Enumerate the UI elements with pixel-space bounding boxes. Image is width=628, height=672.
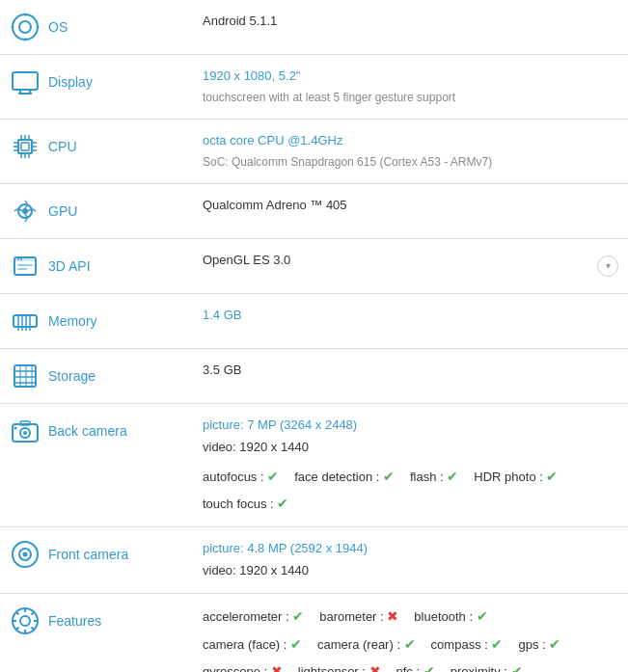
label-cell-memory: Memory	[0, 293, 193, 348]
check-icon: ✔	[477, 608, 488, 624]
svg-point-5	[37, 26, 40, 29]
label-cell-gpu: GPU	[0, 183, 193, 238]
dropdown-button[interactable]: ▾	[597, 255, 618, 277]
value-line2: SoC: Qualcomm Snapdragon 615 (Cortex A53…	[203, 153, 618, 172]
os-icon	[10, 12, 41, 42]
table-row: GPU Qualcomm Adreno ™ 405	[0, 183, 628, 238]
svg-point-25	[22, 208, 28, 214]
label-cell-frontcamera: Front camera	[0, 527, 193, 594]
table-row: 3D API OpenGL ES 3.0 ▾	[0, 238, 628, 293]
value-text: 3.5 GB	[203, 363, 241, 377]
value-line2: touchscreen with at least 5 finger gestu…	[203, 89, 618, 107]
3dapi-icon	[10, 251, 41, 282]
label-text-gpu: GPU	[48, 203, 77, 219]
check-icon: ✔	[491, 636, 503, 652]
value-cell-storage: 3.5 GB	[193, 348, 628, 403]
memory-icon	[10, 306, 41, 336]
check-icon: ✔	[423, 663, 435, 672]
table-row: Features accelerometer : ✔barometer : ✖b…	[0, 593, 628, 672]
check-icon: ✔	[292, 608, 304, 624]
table-row: Front camera picture: 4.8 MP (2592 x 194…	[0, 527, 628, 594]
table-row: Storage 3.5 GB	[0, 348, 628, 403]
svg-line-65	[16, 627, 19, 630]
svg-line-64	[32, 611, 35, 614]
feature-row: accelerometer : ✔barometer : ✖bluetooth …	[203, 605, 618, 628]
value-cell-cpu: octa core CPU @1.4GHz SoC: Qualcomm Snap…	[193, 119, 628, 183]
label-text-display: Display	[48, 74, 93, 90]
value-text: 1.4 GB	[203, 308, 241, 322]
label-text-memory: Memory	[48, 313, 97, 329]
value-cell-features: accelerometer : ✔barometer : ✖bluetooth …	[193, 593, 628, 672]
value-text: OpenGL ES 3.0	[203, 253, 290, 267]
value-cell-frontcamera: picture: 4.8 MP (2592 x 1944) video: 192…	[193, 527, 628, 594]
svg-line-63	[32, 627, 35, 630]
feature-item: autofocus : ✔	[203, 466, 279, 488]
feature-item: HDR photo : ✔	[474, 466, 558, 488]
svg-point-4	[12, 26, 14, 29]
check-icon: ✔	[290, 636, 302, 652]
table-row: Display 1920 x 1080, 5.2" touchscreen wi…	[0, 55, 628, 120]
feature-item: camera (rear) : ✔	[317, 633, 416, 656]
label-text-features: Features	[48, 613, 101, 629]
svg-point-50	[23, 431, 27, 435]
svg-rect-30	[17, 264, 33, 266]
storage-icon	[10, 361, 41, 391]
label-cell-backcamera: Back camera	[0, 403, 193, 526]
feature-item: gps : ✔	[518, 633, 560, 656]
feature-item: touch focus : ✔	[203, 493, 288, 515]
value-line1: octa core CPU @1.4GHz	[203, 131, 618, 151]
cross-icon: ✖	[369, 663, 381, 672]
label-cell-features: Features	[0, 593, 193, 672]
label-text-storage: Storage	[48, 368, 96, 384]
svg-rect-11	[21, 143, 29, 150]
feature-row: gyroscope : ✖lightsensor : ✖nfc : ✔proxi…	[203, 660, 618, 672]
display-icon	[10, 67, 41, 97]
svg-point-3	[24, 39, 27, 41]
feature-item: lightsensor : ✖	[298, 660, 381, 672]
camera-features2: touch focus : ✔	[203, 493, 618, 515]
value-line1: picture: 7 MP (3264 x 2448)	[203, 416, 618, 436]
feature-item: accelerometer : ✔	[203, 605, 304, 628]
svg-point-2	[24, 13, 27, 16]
backcamera-icon	[10, 416, 41, 446]
frontcamera-icon	[10, 539, 41, 570]
svg-point-57	[20, 616, 30, 626]
value-cell-os: Android 5.1.1	[193, 0, 628, 55]
svg-rect-6	[13, 72, 38, 90]
svg-rect-31	[17, 268, 27, 270]
feature-item: barometer : ✖	[319, 605, 398, 628]
cpu-icon	[10, 131, 41, 162]
label-cell-3dapi: 3D API	[0, 238, 193, 293]
label-text-os: OS	[48, 19, 68, 35]
svg-point-0	[13, 14, 38, 40]
check-icon: ✔	[267, 469, 279, 484]
check-icon: ✔	[546, 469, 558, 484]
gpu-icon	[10, 196, 41, 227]
table-row: Memory 1.4 GB	[0, 293, 628, 348]
label-text-3dapi: 3D API	[48, 258, 91, 274]
value-line1: 1920 x 1080, 5.2"	[203, 67, 618, 87]
check-icon: ✔	[383, 469, 395, 484]
check-icon: ✔	[549, 636, 560, 652]
label-cell-os: OS	[0, 0, 193, 55]
label-text-backcamera: Back camera	[48, 423, 127, 439]
svg-rect-10	[18, 140, 32, 153]
value-text: Android 5.1.1	[203, 13, 277, 28]
feature-item: proximity : ✔	[451, 660, 523, 672]
svg-line-62	[16, 611, 19, 614]
feature-row: camera (face) : ✔camera (rear) : ✔compas…	[203, 633, 618, 656]
label-cell-display: Display	[0, 55, 193, 120]
value-line2: video: 1920 x 1440	[203, 438, 618, 458]
value-cell-3dapi: OpenGL ES 3.0 ▾	[193, 238, 628, 293]
cross-icon: ✖	[387, 608, 398, 624]
feature-item: gyroscope : ✖	[203, 660, 283, 672]
svg-rect-32	[14, 315, 37, 327]
value-line2: video: 1920 x 1440	[203, 561, 618, 581]
table-row: OS Android 5.1.1	[0, 0, 628, 55]
value-text: Qualcomm Adreno ™ 405	[203, 198, 347, 212]
feature-item: camera (face) : ✔	[203, 633, 302, 656]
feature-item: bluetooth : ✔	[414, 605, 487, 628]
check-icon: ✔	[447, 469, 458, 484]
feature-item: face detection : ✔	[294, 466, 395, 488]
check-icon: ✔	[404, 636, 416, 652]
